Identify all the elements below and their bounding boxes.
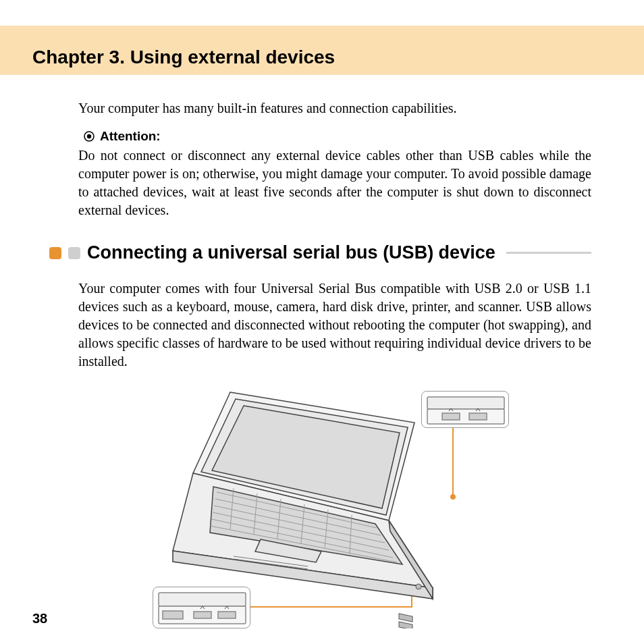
attention-header: Attention: (78, 129, 591, 144)
usb-callout-right (421, 391, 509, 428)
svg-rect-25 (399, 622, 412, 628)
chapter-title: Chapter 3. Using external devices (32, 47, 335, 75)
section-rule (506, 252, 591, 254)
svg-rect-33 (159, 593, 246, 606)
svg-rect-24 (399, 614, 412, 622)
svg-rect-37 (218, 612, 236, 618)
usb-callout-left (153, 587, 250, 628)
intro-text: Your computer has many built-in features… (78, 99, 591, 117)
attention-label: Attention: (100, 129, 161, 144)
svg-rect-30 (427, 409, 504, 424)
section-text: Your computer comes with four Universal … (78, 279, 591, 371)
section-header: Connecting a universal serial bus (USB) … (49, 242, 591, 263)
svg-rect-35 (163, 611, 183, 619)
attention-text: Do not connect or disconnect any externa… (78, 146, 591, 219)
svg-rect-32 (469, 413, 487, 420)
svg-point-2 (451, 495, 455, 499)
svg-point-1 (87, 134, 91, 138)
bullet-gray-icon (68, 247, 80, 259)
laptop-figure (132, 385, 537, 628)
manual-page: Chapter 3. Using external devices Your c… (0, 0, 644, 644)
chapter-banner: Chapter 3. Using external devices (0, 26, 644, 75)
bullet-orange-icon (49, 247, 61, 259)
page-number: 38 (32, 611, 47, 626)
svg-point-26 (416, 584, 421, 589)
body: Your computer has many built-in features… (32, 75, 612, 628)
svg-rect-36 (194, 612, 211, 618)
attention-icon (84, 131, 95, 142)
svg-rect-29 (427, 397, 504, 409)
svg-rect-31 (442, 413, 460, 420)
section-title: Connecting a universal serial bus (USB) … (87, 242, 495, 263)
